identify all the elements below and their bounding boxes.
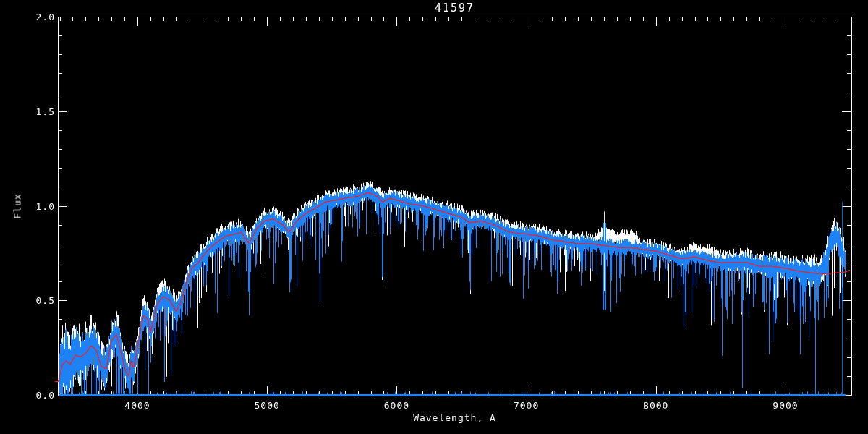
x-tick-label: 7000 — [514, 400, 539, 411]
y-tick-label: 0.5 — [36, 295, 55, 306]
spectrum-plot-canvas — [0, 0, 868, 434]
y-tick-label: 1.0 — [36, 200, 55, 211]
x-axis-label: Wavelength, A — [58, 412, 851, 423]
y-tick-label: 0.0 — [36, 390, 55, 401]
x-tick-label: 5000 — [255, 400, 280, 411]
x-tick-label: 6000 — [384, 400, 409, 411]
x-tick-label: 4000 — [124, 400, 150, 411]
spectrum-figure: 41597 Wavelength, A Flux 400050006000700… — [0, 0, 868, 434]
x-tick-label: 9000 — [773, 400, 798, 411]
x-tick-label: 8000 — [643, 400, 668, 411]
plot-title: 41597 — [58, 1, 851, 14]
y-axis-label: Flux — [12, 193, 23, 218]
y-tick-label: 2.0 — [36, 12, 55, 22]
y-tick-label: 1.5 — [36, 106, 55, 116]
